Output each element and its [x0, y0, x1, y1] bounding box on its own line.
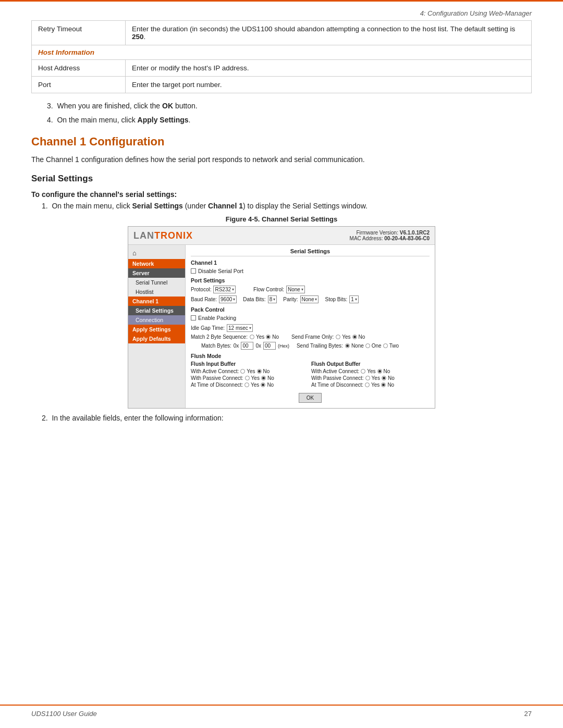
send-trailing-none-radio[interactable] [345, 343, 350, 348]
home-icon[interactable]: ⌂ [128, 247, 185, 259]
nav-channel1[interactable]: Channel 1 [128, 297, 185, 306]
ss-firmware: Firmware Version: V6.1.0.1RC2 MAC Addres… [350, 230, 430, 241]
flush-mode-title: Flush Mode [191, 353, 430, 359]
nav-serial-tunnel[interactable]: Serial Tunnel [128, 278, 185, 287]
screenshot-box: LANTRONIX Firmware Version: V6.1.0.1RC2 … [128, 226, 435, 409]
enable-packing-row: Enable Packing [191, 315, 430, 321]
flush-out-active-row: With Active Connect: Yes No [311, 368, 430, 374]
retry-timeout-desc: Enter the duration (in seconds) the UDS1… [126, 21, 532, 45]
flush-out-disc-no-radio[interactable] [381, 382, 386, 387]
flush-out-passive-yes-radio[interactable] [365, 376, 370, 380]
disable-port-row: Disable Serial Port [191, 268, 430, 274]
send-trailing-two-label: Two [389, 343, 399, 349]
port-settings-title: Port Settings [191, 277, 430, 283]
flush-in-passive-label: With Passive Connect: [191, 375, 243, 381]
match-bytes-hex: (Hex) [278, 343, 289, 349]
flush-out-disc-yes-radio[interactable] [365, 382, 370, 387]
flush-input-col: Flush Input Buffer With Active Connect: … [191, 361, 309, 389]
match2-no-radio[interactable] [266, 335, 271, 339]
chapter-description: The Channel 1 configuration defines how … [31, 154, 532, 165]
flush-grid: Flush Input Buffer With Active Connect: … [191, 361, 430, 389]
data-bits-select[interactable]: 8 ▾ [268, 295, 277, 303]
page-footer: UDS1100 User Guide 27 [0, 705, 563, 718]
enable-packing-label: Enable Packing [198, 315, 236, 321]
nav-hostlist[interactable]: Hostlist [128, 287, 185, 297]
send-frame-yes-radio[interactable] [336, 335, 340, 339]
enable-packing-checkbox[interactable] [191, 315, 196, 320]
baud-rate-row: Baud Rate: 9600 ▾ Data Bits: 8 ▾ Parity:… [191, 295, 430, 303]
flush-out-active-yes-radio[interactable] [361, 369, 365, 374]
flow-control-label: Flow Control: [253, 287, 284, 292]
host-address-desc: Enter or modify the host's IP address. [126, 60, 532, 77]
flush-out-active-no-radio[interactable] [377, 369, 382, 374]
footer-right: 27 [524, 710, 532, 718]
send-frame-no-label: No [359, 334, 365, 340]
baud-arrow: ▾ [233, 297, 235, 302]
flush-in-disconnect-label: At Time of Disconnect: [191, 382, 243, 388]
match2-yes-radio[interactable] [250, 335, 254, 339]
nav-network[interactable]: Network [128, 259, 185, 268]
flush-input-title: Flush Input Buffer [191, 361, 309, 367]
flush-in-active-yes-radio[interactable] [240, 369, 245, 374]
baud-rate-select[interactable]: 9600 ▾ [219, 295, 237, 303]
match-bytes-input2[interactable]: 00 [263, 342, 276, 350]
stop-bits-select[interactable]: 1 ▾ [349, 295, 359, 303]
flush-in-passive-yes-radio[interactable] [245, 376, 250, 380]
send-trailing-two-radio[interactable] [383, 343, 388, 348]
host-info-label: Host Information [38, 48, 94, 56]
table-row-host-address: Host Address Enter or modify the host's … [32, 60, 532, 77]
serial-steps: 1. On the main menu, click Serial Settin… [42, 202, 532, 210]
ss-header: LANTRONIX Firmware Version: V6.1.0.1RC2 … [128, 227, 435, 245]
nav-serial-settings[interactable]: Serial Settings [128, 306, 185, 315]
ss-sidebar: ⌂ Network Server Serial Tunnel Hostlist … [128, 245, 186, 408]
host-info-header-row: Host Information [32, 45, 532, 60]
disable-port-checkbox[interactable] [191, 268, 196, 274]
disable-port-label: Disable Serial Port [198, 268, 243, 274]
header-text: 4: Configuration Using Web-Manager [420, 9, 532, 17]
page-header: 4: Configuration Using Web-Manager [0, 0, 563, 20]
protocol-select[interactable]: RS232 ▾ [213, 286, 236, 293]
pre-steps: 3. When you are finished, click the OK b… [47, 101, 532, 126]
nav-server[interactable]: Server [128, 268, 185, 278]
flush-in-disc-yes-radio[interactable] [244, 382, 249, 387]
protocol-label: Protocol: [191, 287, 211, 292]
data-bits-label: Data Bits: [243, 297, 265, 302]
ss-main: Serial Settings Channel 1 Disable Serial… [186, 245, 435, 408]
flow-control-select[interactable]: None ▾ [286, 286, 305, 293]
idle-gap-select[interactable]: 12 msec ▾ [227, 324, 253, 332]
match2-yes-label: Yes [256, 334, 264, 340]
match-bytes-prefix1: 0x [234, 343, 239, 349]
match2-row: Match 2 Byte Sequence: Yes No Send Frame… [191, 334, 430, 340]
protocol-arrow: ▾ [232, 287, 234, 292]
table-row-port: Port Enter the target port number. [32, 77, 532, 93]
send-frame-radio-group: Yes No [336, 334, 365, 340]
parity-label: Parity: [283, 297, 298, 302]
flush-output-title: Flush Output Buffer [311, 361, 430, 367]
flush-out-disconnect-row: At Time of Disconnect: Yes No [311, 382, 430, 388]
flush-out-passive-no-radio[interactable] [382, 376, 386, 380]
ss-channel-label: Channel 1 [191, 260, 430, 266]
flush-in-active-no-radio[interactable] [257, 369, 262, 374]
flush-in-passive-no-radio[interactable] [261, 376, 266, 380]
serial-step-2-list: 2. In the available fields, enter the fo… [42, 414, 532, 422]
nav-apply-settings[interactable]: Apply Settings [128, 325, 185, 334]
ok-button[interactable]: OK [299, 393, 322, 403]
match2-radio-group: Yes No [250, 334, 279, 340]
idle-gap-row: Idle Gap Time: 12 msec ▾ [191, 324, 430, 332]
nav-connection[interactable]: Connection [128, 315, 185, 325]
flow-arrow: ▾ [301, 287, 303, 292]
figure-caption: Figure 4-5. Channel Serial Settings [31, 215, 532, 223]
send-trailing-one-radio[interactable] [365, 343, 370, 348]
match-bytes-input1[interactable]: 00 [241, 342, 253, 350]
flush-in-active-row: With Active Connect: Yes No [191, 368, 309, 374]
flush-in-disconnect-row: At Time of Disconnect: Yes No [191, 382, 309, 388]
match-bytes-row: Match Bytes: 0x 00 0x 00 (Hex) Send Trai… [191, 342, 430, 350]
send-frame-no-radio[interactable] [352, 335, 357, 339]
parity-select[interactable]: None ▾ [300, 295, 319, 303]
retry-timeout-label: Retry Timeout [32, 21, 126, 45]
info-table: Retry Timeout Enter the duration (in sec… [31, 20, 532, 93]
nav-apply-defaults[interactable]: Apply Defaults [128, 334, 185, 343]
baud-rate-label: Baud Rate: [191, 297, 217, 302]
port-label: Port [32, 77, 126, 93]
flush-in-disc-no-radio[interactable] [261, 382, 265, 387]
